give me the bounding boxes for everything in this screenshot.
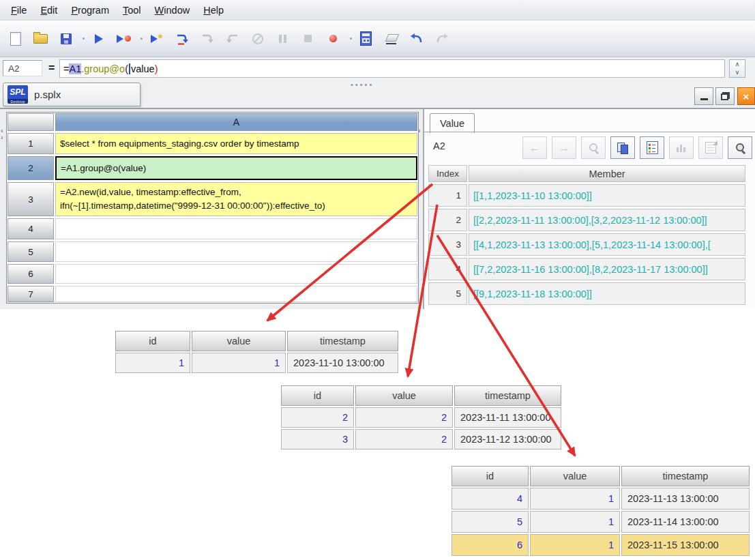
member-cell[interactable]: [[7,2,2023-11-16 13:00:00],[8,2,2023-11-… <box>469 258 745 280</box>
equals-label: = <box>48 62 55 74</box>
dt1-header-id: id <box>115 331 190 351</box>
value-row-1: 1 [[1,1,2023-11-10 13:00:00]] <box>428 184 745 207</box>
calculator-icon[interactable] <box>356 29 376 49</box>
grid-pane: ‹› A 1 $select * from equipments_staging… <box>0 109 423 309</box>
export-icon[interactable] <box>698 136 723 159</box>
file-tab-psplx[interactable]: SPL Desktop p.splx <box>3 83 140 106</box>
breakpoint-icon[interactable] <box>323 29 343 49</box>
value-table-header: Index Member <box>428 165 745 182</box>
stop-icon[interactable] <box>298 29 318 49</box>
execute-debug-icon[interactable] <box>114 29 134 49</box>
cell-a5[interactable] <box>55 241 417 262</box>
menu-help[interactable]: Help <box>199 3 228 17</box>
menu-program[interactable]: Program <box>67 3 113 17</box>
table-row[interactable]: 2 2 2023-11-11 13:00:00 <box>281 407 561 428</box>
menu-window[interactable]: Window <box>151 3 194 17</box>
formula-method-token: .group@o <box>81 63 125 74</box>
open-file-icon[interactable] <box>31 29 50 49</box>
step-into-icon[interactable] <box>197 29 217 49</box>
clear-cells-icon[interactable] <box>381 29 401 49</box>
spinner-up-icon[interactable]: ∧ <box>730 60 745 69</box>
cell-ref-box[interactable]: A2 <box>3 60 42 76</box>
detail-table-2: id value timestamp 2 2 2023-11-11 13:00:… <box>280 384 563 451</box>
new-file-icon[interactable] <box>5 29 25 49</box>
splitter-collapse-left-icon[interactable]: ‹› <box>1 127 3 141</box>
table-row[interactable]: 5 1 2023-11-14 13:00:00 <box>451 511 750 533</box>
interrupt-icon[interactable] <box>248 29 267 49</box>
row-header-2[interactable]: 2 <box>8 156 54 180</box>
formula-bar: A2 = =A1.group@o(value) ∧ ∨ <box>0 57 755 81</box>
save-icon[interactable] <box>56 29 76 49</box>
member-cell[interactable]: [[9,1,2023-11-18 13:00:00]] <box>469 282 745 305</box>
splitter-collapse-mid-icon[interactable]: › <box>418 127 421 134</box>
cell-a1[interactable]: $select * from equipments_staging.csv or… <box>55 133 417 154</box>
row-header-1[interactable]: 1 <box>8 133 54 154</box>
value-cell-ref: A2 <box>433 141 445 151</box>
spinner-down-icon[interactable]: ∨ <box>730 69 745 78</box>
row-header-4[interactable]: 4 <box>8 218 54 239</box>
close-icon[interactable]: × <box>737 87 755 105</box>
grid-row-7: 7 <box>8 286 417 302</box>
undo-icon[interactable] <box>406 29 426 49</box>
row-header-3[interactable]: 3 <box>8 182 54 216</box>
formula-open-paren: ( <box>125 63 128 74</box>
table-row[interactable]: 4 1 2023-11-13 13:00:00 <box>451 488 750 510</box>
formula-cell-token: A1 <box>69 63 81 74</box>
formula-expand-spinner: ∧ ∨ <box>729 59 745 78</box>
step-return-icon[interactable] <box>222 29 242 49</box>
window-controls: × <box>692 87 755 105</box>
member-cell[interactable]: [[1,1,2023-11-10 13:00:00]] <box>469 184 745 207</box>
view-value-icon[interactable] <box>581 136 606 159</box>
restore-icon[interactable] <box>715 87 735 105</box>
step-next-icon[interactable] <box>172 29 192 49</box>
table-row[interactable]: 1 1 2023-11-10 13:00:00 <box>115 353 398 373</box>
row-header-7[interactable]: 7 <box>8 286 54 302</box>
menu-edit[interactable]: Edit <box>36 3 61 17</box>
grid-row-3: 3 =A2.new(id,value, timestamp:effective_… <box>8 182 417 216</box>
back-icon[interactable]: ← <box>522 136 547 159</box>
dt3-header-id: id <box>451 466 529 486</box>
cell-a4[interactable] <box>55 218 417 239</box>
pause-icon[interactable] <box>273 29 293 49</box>
show-as-form-icon[interactable] <box>640 136 664 159</box>
toolbar-separator <box>140 38 143 40</box>
menu-bar: File Edit Program Tool Window Help <box>0 0 755 20</box>
cell-a3[interactable]: =A2.new(id,value, timestamp:effective_fr… <box>55 182 417 216</box>
forward-icon[interactable]: → <box>552 136 576 159</box>
cell-a7[interactable] <box>55 286 417 302</box>
execute-icon[interactable] <box>89 29 108 49</box>
row-header-6[interactable]: 6 <box>8 264 54 284</box>
value-row-2: 2 [[2,2,2023-11-11 13:00:00],[3,2,2023-1… <box>428 209 745 231</box>
col-header-index[interactable]: Index <box>428 165 467 182</box>
member-cell[interactable]: [[4,1,2023-11-13 13:00:00],[5,1,2023-11-… <box>469 233 745 256</box>
dt2-header-id: id <box>281 385 354 406</box>
table-row[interactable]: 3 2 2023-11-12 13:00:00 <box>281 429 561 450</box>
formula-arg-token: value <box>131 63 155 74</box>
spl-ide-window: File Edit Program Tool Window Help * <box>0 0 755 560</box>
draw-chart-icon[interactable] <box>669 136 694 159</box>
grid-row-5: 5 <box>8 241 417 262</box>
copy-data-icon[interactable] <box>610 136 635 159</box>
minimize-icon[interactable] <box>694 87 713 105</box>
col-header-member[interactable]: Member <box>469 165 745 182</box>
grid-row-2: 2 =A1.group@o(value) <box>8 156 417 180</box>
row-header-5[interactable]: 5 <box>8 241 54 262</box>
execute-to-cursor-icon[interactable]: * <box>147 29 166 49</box>
menu-file[interactable]: File <box>7 3 31 17</box>
cell-a6[interactable] <box>55 264 417 284</box>
grid-column-header-a[interactable]: A <box>55 113 417 131</box>
grid-corner-cell[interactable] <box>8 113 54 131</box>
cell-a2-selected[interactable]: =A1.group@o(value) <box>55 156 417 180</box>
formula-close-paren: ) <box>155 63 158 74</box>
splitter-handle[interactable]: ••••• <box>351 80 374 89</box>
search-icon[interactable] <box>728 136 752 159</box>
redo-icon[interactable] <box>432 29 451 49</box>
member-cell[interactable]: [[2,2,2023-11-11 13:00:00],[3,2,2023-11-… <box>469 209 745 231</box>
tab-value[interactable]: Value <box>430 113 475 133</box>
formula-input[interactable]: =A1.group@o(value) <box>59 59 725 78</box>
table-row-highlighted[interactable]: 6 1 2023-11-15 13:00:00 <box>451 534 750 556</box>
toolbar-separator <box>350 38 352 40</box>
menu-tool[interactable]: Tool <box>119 3 145 17</box>
toolbar-separator <box>83 38 85 40</box>
detail-table-3: id value timestamp 4 1 2023-11-13 13:00:… <box>450 465 751 557</box>
